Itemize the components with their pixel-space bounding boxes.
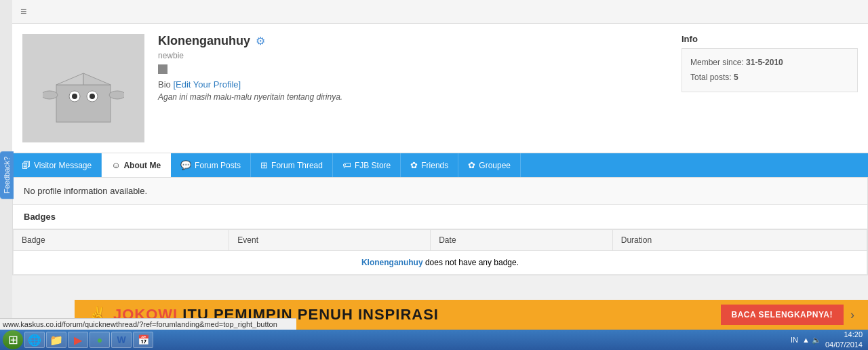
tab-about-me[interactable]: ☺ About Me (102, 153, 171, 177)
svg-marker-1 (56, 73, 83, 85)
badges-empty-text: does not have any badge. (425, 258, 519, 267)
badges-section: Badges (13, 205, 867, 229)
svg-marker-2 (83, 73, 111, 85)
tab-forum-thread[interactable]: ⊞ Forum Thread (251, 153, 333, 177)
ad-close-arrow[interactable]: › (850, 308, 854, 322)
folder-icon: 📁 (50, 334, 63, 347)
status-bar: www.kaskus.co.id/forum/quicknewthread/?r… (0, 318, 296, 330)
avatar (36, 44, 131, 132)
about-me-icon: ☺ (111, 160, 120, 170)
media-icon: ▶ (74, 334, 82, 347)
tab-friends-label: Friends (421, 161, 448, 170)
taskbar-ie[interactable]: 🌐 (24, 332, 45, 348)
no-profile-bar: No profile information available. (13, 178, 867, 205)
feedback-label: Feedback? (3, 157, 11, 193)
tab-fjb-store-label: FJB Store (355, 161, 391, 170)
fjb-store-icon: 🏷 (342, 160, 351, 170)
edit-profile-link[interactable]: [Edit Your Profile] (173, 79, 241, 90)
clock-date: 04/07/2014 (825, 340, 863, 350)
tab-forum-thread-label: Forum Thread (271, 161, 323, 170)
bio-text: Agan ini masih malu-malu nyeritain tenta… (158, 92, 682, 102)
badges-title: Badges (24, 212, 856, 222)
outlook-icon: 📅 (138, 334, 149, 345)
tab-groupee[interactable]: ✿ Groupee (458, 153, 521, 177)
visitor-message-icon: 🗐 (22, 160, 31, 170)
tab-groupee-label: Groupee (479, 161, 511, 170)
info-box-title: Info (682, 34, 858, 44)
info-box-content: Member since: 31-5-2010 Total posts: 5 (682, 48, 858, 92)
duration-col-header: Duration (612, 230, 867, 251)
username: Klonenganuhuy (158, 34, 250, 48)
svg-point-7 (43, 91, 58, 99)
svg-rect-0 (56, 85, 111, 122)
taskbar: ⊞ 🌐 📁 ▶ ● W 📅 IN ▲ 🔈 14:20 04/07/2014 (0, 330, 868, 350)
forum-thread-icon: ⊞ (260, 160, 268, 170)
tab-fjb-store[interactable]: 🏷 FJB Store (333, 153, 401, 177)
ie-icon: 🌐 (28, 334, 41, 347)
svg-point-6 (90, 94, 95, 99)
time-display: 14:20 04/07/2014 (825, 330, 863, 350)
member-since-row: Member since: 31-5-2010 (690, 56, 849, 71)
user-rank: newbie (158, 51, 682, 60)
profile-section: Klonenganuhuy ⚙ newbie Bio [Edit Your Pr… (12, 24, 868, 153)
groupee-icon: ✿ (468, 160, 475, 170)
profile-info: Klonenganuhuy ⚙ newbie Bio [Edit Your Pr… (158, 34, 682, 142)
hamburger-area: ≡ (12, 0, 868, 24)
avatar-container (22, 34, 144, 142)
feedback-tab[interactable]: Feedback? (0, 151, 14, 199)
no-profile-text: No profile information available. (24, 186, 147, 196)
taskbar-media[interactable]: ▶ (68, 332, 88, 348)
taskbar-word[interactable]: W (111, 332, 132, 348)
total-posts-row: Total posts: 5 (690, 71, 849, 85)
tab-visitor-message[interactable]: 🗐 Visitor Message (12, 153, 102, 177)
chrome-icon: ● (97, 334, 102, 345)
tab-visitor-message-label: Visitor Message (34, 161, 92, 170)
svg-point-4 (72, 94, 77, 99)
tab-friends[interactable]: ✿ Friends (401, 153, 458, 177)
taskbar-explorer[interactable]: 📁 (46, 332, 66, 348)
status-url: www.kaskus.co.id/forum/quicknewthread/?r… (3, 320, 277, 328)
username-row: Klonenganuhuy ⚙ (158, 34, 682, 48)
event-col-header: Event (229, 230, 431, 251)
svg-point-8 (109, 91, 124, 99)
table-row: Klonenganuhuy does not have any badge. (14, 251, 867, 275)
settings-icon[interactable]: ⚙ (256, 35, 265, 47)
taskbar-outlook[interactable]: 📅 (133, 332, 153, 348)
tab-forum-posts[interactable]: 💬 Forum Posts (171, 153, 251, 177)
taskbar-right: IN ▲ 🔈 14:20 04/07/2014 (791, 330, 865, 350)
taskbar-indicators: ▲ 🔈 (802, 336, 821, 345)
tab-forum-posts-label: Forum Posts (195, 161, 241, 170)
hamburger-icon[interactable]: ≡ (20, 5, 26, 18)
date-col-header: Date (431, 230, 613, 251)
badge-col-header: Badge (14, 230, 229, 251)
ad-button[interactable]: BACA SELENGKAPNYA! (721, 305, 844, 325)
taskbar-lang: IN (791, 336, 798, 344)
badges-table: Badge Event Date Duration Klonenganuhuy … (13, 229, 867, 275)
clock-time: 14:20 (825, 330, 863, 340)
friends-icon: ✿ (410, 160, 418, 170)
forum-posts-icon: 💬 (180, 160, 191, 170)
word-icon: W (117, 334, 125, 345)
bio-section: Bio [Edit Your Profile] Agan ini masih m… (158, 79, 682, 102)
taskbar-chrome[interactable]: ● (90, 332, 110, 348)
bio-label: Bio [Edit Your Profile] (158, 79, 682, 90)
badge-username-link[interactable]: Klonenganuhuy (361, 258, 423, 267)
tab-about-me-label: About Me (123, 161, 161, 170)
tabs-bar: 🗐 Visitor Message ☺ About Me 💬 Forum Pos… (12, 153, 868, 177)
user-badge (158, 63, 682, 74)
start-button[interactable]: ⊞ (3, 330, 23, 349)
info-box: Info Member since: 31-5-2010 Total posts… (682, 34, 858, 142)
badges-empty-cell: Klonenganuhuy does not have any badge. (14, 251, 867, 275)
start-icon: ⊞ (8, 332, 18, 347)
content-area: No profile information available. Badges… (12, 177, 868, 275)
